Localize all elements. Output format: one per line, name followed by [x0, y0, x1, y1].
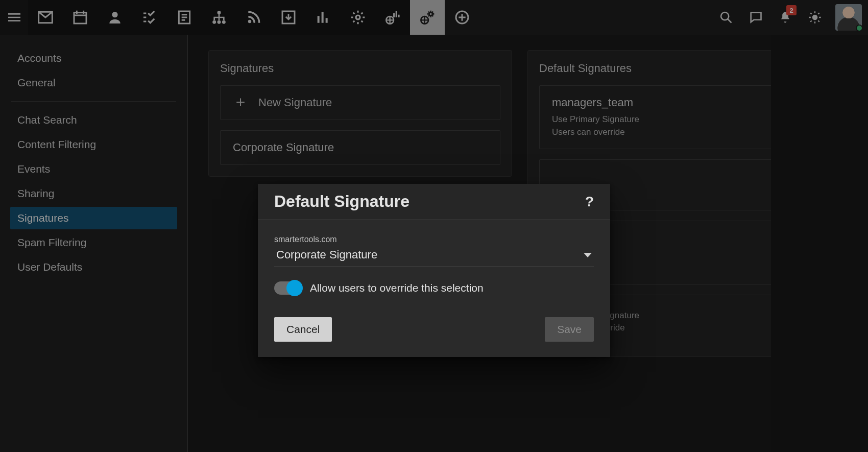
save-button[interactable]: Save — [545, 317, 594, 342]
help-icon[interactable]: ? — [585, 194, 594, 210]
dialog-title: Default Signature — [274, 192, 409, 211]
chevron-down-icon — [584, 253, 592, 257]
signature-select[interactable]: Corporate Signature — [274, 246, 594, 267]
domain-label: smartertools.com — [274, 235, 594, 244]
signature-select-value: Corporate Signature — [276, 248, 377, 261]
override-toggle[interactable] — [274, 281, 302, 295]
cancel-button[interactable]: Cancel — [274, 317, 332, 342]
override-toggle-label: Allow users to override this selection — [310, 282, 484, 294]
default-signature-dialog: Default Signature ? smartertools.com Cor… — [258, 184, 610, 357]
